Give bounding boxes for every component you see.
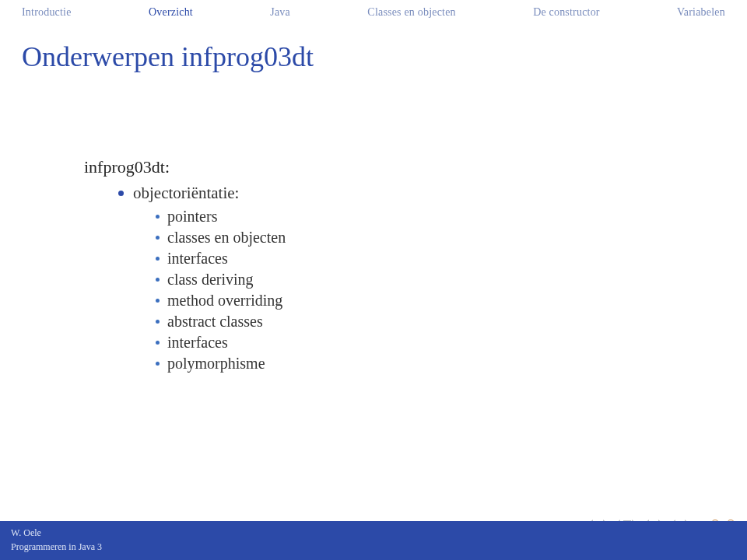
body-heading: infprog03dt:	[84, 157, 693, 177]
section-navbar: Introductie Overzicht Java Classes en ob…	[0, 0, 747, 23]
nav-item-classes-en-objecten[interactable]: Classes en objecten	[367, 6, 455, 19]
list-item-label: interfaces	[167, 250, 228, 268]
list-item-label: abstract classes	[167, 313, 263, 331]
list-item-label: interfaces	[167, 334, 228, 352]
bullet-icon	[156, 320, 160, 324]
bullet-icon	[156, 362, 160, 366]
list-item-label: method overriding	[167, 292, 282, 310]
list-item: objectoriëntatie:	[118, 184, 693, 203]
list-item-label: polymorphisme	[167, 355, 265, 373]
bullet-icon	[156, 299, 160, 303]
slide: Introductie Overzicht Java Classes en ob…	[0, 0, 747, 560]
footer-author: W. Oele	[11, 526, 736, 540]
nav-item-variabelen[interactable]: Variabelen	[677, 6, 725, 19]
list-item: method overriding	[156, 292, 693, 310]
bullet-icon	[156, 257, 160, 261]
nav-item-introductie[interactable]: Introductie	[22, 6, 72, 19]
list-item-label: pointers	[167, 208, 217, 226]
footer-course: Programmeren in Java 3	[11, 540, 736, 554]
slide-footer: W. Oele Programmeren in Java 3	[0, 521, 747, 560]
slide-title: Onderwerpen infprog03dt	[22, 40, 725, 73]
bullet-icon	[156, 341, 160, 345]
bullet-icon	[156, 236, 160, 240]
list-item: interfaces	[156, 334, 693, 352]
bullet-icon	[156, 278, 160, 282]
list-item: classes en objecten	[156, 229, 693, 247]
nav-item-de-constructor[interactable]: De constructor	[533, 6, 600, 19]
slide-body: infprog03dt: objectoriëntatie: pointers …	[0, 92, 747, 560]
bullet-icon	[156, 215, 160, 219]
bullet-icon	[118, 191, 124, 196]
list-item-label: classes en objecten	[167, 229, 286, 247]
list-item: interfaces	[156, 250, 693, 268]
list-item-label: class deriving	[167, 271, 254, 289]
list-item: class deriving	[156, 271, 693, 289]
list-item: pointers	[156, 208, 693, 226]
nav-item-java[interactable]: Java	[270, 6, 290, 19]
nav-item-overzicht[interactable]: Overzicht	[149, 6, 193, 19]
slide-title-region: Onderwerpen infprog03dt	[0, 23, 747, 92]
list-item-label: objectoriëntatie:	[133, 184, 239, 203]
list-item: polymorphisme	[156, 355, 693, 373]
list-item: abstract classes	[156, 313, 693, 331]
